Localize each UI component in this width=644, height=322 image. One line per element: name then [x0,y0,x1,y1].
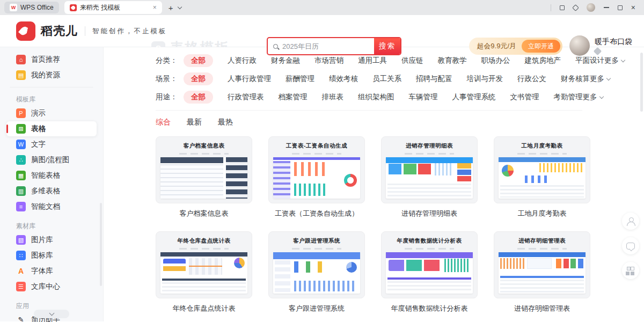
sidebar-item-label: 素材库 [16,222,35,231]
template-card[interactable]: 进销存明细管理表 进销存明细管理表 [494,231,590,313]
thumbnail-title: 工地月度考勤表 [494,142,590,150]
filter-option[interactable]: 排班表 [322,92,344,102]
tab-docer[interactable]: 来稻壳 找模板 [64,1,162,14]
search-button[interactable]: 搜索 [374,38,400,54]
filter-option[interactable]: 员工关系 [372,74,401,84]
filter-option[interactable]: 人事行政管理 [228,74,271,84]
sidebar-item-smart-docs[interactable]: ≡ 智能文档 [6,199,97,214]
sidebar-item-library-center[interactable]: ☰ 文库中心 [6,279,97,294]
sidebar-item-smart-sheets[interactable]: ▦ 智能表格 [6,168,97,183]
sidebar-item-sheets[interactable]: ⊞ 表格 [6,121,97,136]
sort-tab[interactable]: 最热 [218,118,233,127]
avatar[interactable] [569,35,590,56]
template-thumbnail: 工资表-工资条自动生成 [268,136,365,203]
sort-tab[interactable]: 综合 [156,118,171,127]
filter-option[interactable]: 平面设计 [575,56,604,65]
promo-activate-button[interactable]: 立即开通 [522,40,560,53]
filter-option[interactable]: 绩效考核 [329,74,358,84]
filter-option[interactable]: 财务核算 [561,74,590,84]
template-card[interactable]: 客户档案信息表 客户档案信息表 [156,136,252,218]
sidebar-item-image-library[interactable]: ▧ 图片库 [6,232,97,247]
titlebar-avatar[interactable] [587,3,595,12]
sidebar-divider[interactable] [10,87,93,87]
template-card[interactable]: 年终仓库盘点统计表 年终仓库盘点统计表 [156,231,252,313]
filter-option[interactable]: 行政公文 [517,74,546,84]
thumbnail-title: 客户档案信息表 [156,142,252,150]
filter-option[interactable]: 组织架构图 [358,92,394,102]
main-scrollbar[interactable] [640,53,643,112]
close-icon[interactable] [631,4,635,11]
template-thumbnail: 客户档案信息表 [156,136,252,203]
template-card[interactable]: 客户跟进管理系统 客户跟进管理系统 [268,231,365,313]
filter-option[interactable]: 薪酬管理 [286,74,314,84]
sort-tab[interactable]: 最新 [187,118,202,127]
sidebar-item-my-resources[interactable]: ▤ 我的资源 [6,68,97,83]
template-card[interactable]: 进销存管理明细表 进销存管理明细表 [381,136,478,218]
tab-close-icon[interactable] [153,4,157,11]
filter-option[interactable]: 培训与开发 [467,74,503,84]
qrcode-float-button[interactable] [622,262,639,279]
thumbnail-tags [179,153,229,155]
membership-promo[interactable]: 超会9.9元/月 立即开通 [469,38,562,55]
filter-option[interactable]: 职场办公 [481,56,510,65]
filter-option[interactable]: 招聘与配置 [416,74,452,84]
filter-option[interactable]: 人事管理系统 [452,92,496,102]
sidebar-item-font-library[interactable]: A 字体库 [6,264,97,279]
sidebar-expand-button[interactable] [34,310,69,318]
search-input[interactable] [278,42,374,50]
template-card[interactable]: 工资表-工资条自动生成 工资表（工资条自动生成） [268,136,365,218]
filter-option[interactable]: 市场营销 [314,56,343,65]
filter-option[interactable]: 文书管理 [510,92,539,102]
filter-option[interactable]: 财务金融 [271,56,300,65]
minimize-icon[interactable] [604,7,609,8]
filter-option[interactable]: 全部 [184,54,213,67]
section-template-library[interactable]: 模板库 [6,94,97,105]
filter-option[interactable]: 全部 [184,91,213,104]
image-icon: ▧ [16,235,26,245]
thumbnail-preview [273,157,360,199]
sidebar-item-mindmap[interactable]: ∴ 脑图/流程图 [6,152,97,167]
sort-tabs: 综合最新最热 [156,118,644,127]
filter-option[interactable]: 全部 [184,72,213,85]
template-caption: 客户跟进管理系统 [268,304,365,313]
docer-logo [16,21,35,41]
filter-option[interactable]: 供应链 [401,56,423,65]
template-card[interactable]: 年度销售数据统计分析表 年度销售数据统计分析表 [381,231,478,313]
sidebar-item-multidim-sheets[interactable]: ▥ 多维表格 [6,184,97,199]
sidebar-item-label: 多维表格 [31,186,60,196]
new-tab-button[interactable] [169,3,173,12]
sidebar-item-label: 图标库 [31,251,53,260]
section-asset-library[interactable]: 素材库 [6,221,97,231]
sidebar-item-slides[interactable]: P 演示 [6,106,97,121]
tab-wps-office[interactable]: W WPS Office [4,2,59,13]
more-button[interactable]: 更多 [604,56,625,65]
filter-option[interactable]: 行政管理表 [228,92,264,102]
thumbnail-preview [273,252,360,294]
filter-option[interactable]: 建筑房地产 [525,56,561,65]
maximize-icon[interactable] [618,5,623,10]
filter-option[interactable]: 教育教学 [438,56,467,65]
tab-list-chevron-icon[interactable] [178,5,182,10]
template-card[interactable]: 工地月度考勤表 工地月度考勤表 [494,136,590,218]
sidebar-scrollbar[interactable] [100,203,102,286]
filter-option[interactable]: 考勤管理 [554,92,583,102]
filter-option[interactable]: 车辆管理 [409,92,438,102]
app-window: W WPS Office 来稻壳 找模板 S 表格模板 稻壳儿 [0,0,644,322]
spreadsheet-icon: ⊞ [16,124,26,134]
sidebar-item-docs[interactable]: W 文字 [6,137,97,152]
sidebar-item-label: 模板库 [16,95,35,104]
more-button[interactable]: 更多 [590,74,610,84]
filter-option[interactable]: 人资行政 [228,56,257,65]
workspace-icon[interactable] [572,4,579,11]
feedback-float-button[interactable] [622,237,639,254]
sidebar-nav: ⌂ 首页推荐 ▤ 我的资源 模板库 [0,52,103,322]
sidebar-item-home[interactable]: ⌂ 首页推荐 [6,52,97,67]
profile-float-button[interactable] [622,213,639,230]
more-button[interactable]: 更多 [583,92,603,102]
sidebar-item-icon-library[interactable]: ∷ 图标库 [6,248,97,263]
filter-option[interactable]: 档案管理 [279,92,308,102]
tab-label: WPS Office [20,4,54,11]
thumbnail-title: 年度销售数据统计分析表 [382,237,477,245]
layout-restore-icon[interactable] [560,5,565,10]
filter-option[interactable]: 通用工具 [358,56,387,65]
